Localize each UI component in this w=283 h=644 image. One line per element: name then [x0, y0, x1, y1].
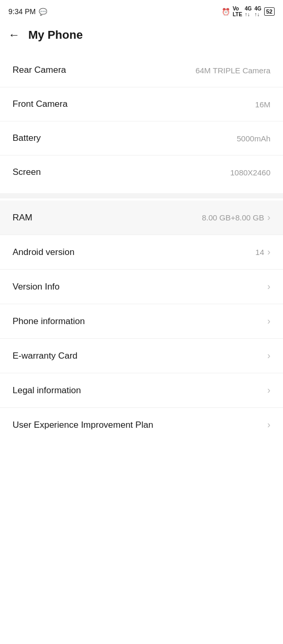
- battery-icon: 52: [264, 7, 275, 16]
- action-value-android-version: 14: [255, 248, 264, 257]
- action-label-ewarranty: E-warranty Card: [13, 351, 78, 361]
- action-right-user-experience: ›: [267, 419, 270, 430]
- action-value-ram: 8.00 GB+8.00 GB: [202, 213, 264, 222]
- time-display: 9:34 PM: [8, 7, 36, 16]
- page-header: ← My Phone: [0, 21, 283, 49]
- chevron-icon-phone-information: ›: [267, 316, 270, 327]
- action-right-ram: 8.00 GB+8.00 GB ›: [202, 212, 270, 223]
- message-icon: 💬: [39, 8, 47, 16]
- spec-section: Rear Camera 64M TRIPLE Camera Front Came…: [0, 49, 283, 193]
- chevron-icon-android-version: ›: [267, 247, 270, 258]
- chevron-icon-user-experience: ›: [267, 419, 270, 430]
- action-label-android-version: Android version: [13, 247, 74, 258]
- action-row-android-version[interactable]: Android version 14 ›: [0, 235, 283, 270]
- action-row-ewarranty[interactable]: E-warranty Card ›: [0, 339, 283, 373]
- action-right-phone-information: ›: [267, 316, 270, 327]
- status-bar: 9:34 PM 💬 ⏰ VoLTE 4G↑↓ 4G↑↓ 52: [0, 0, 283, 21]
- chevron-icon-version-info: ›: [267, 281, 270, 292]
- spec-value-front-camera: 16M: [255, 100, 270, 109]
- signal-4g-icon: 4G↑↓: [245, 6, 252, 17]
- status-icons-area: ⏰ VoLTE 4G↑↓ 4G↑↓ 52: [222, 6, 275, 17]
- spec-value-battery: 5000mAh: [237, 134, 270, 143]
- action-row-phone-information[interactable]: Phone information ›: [0, 304, 283, 339]
- volte-icon: VoLTE: [233, 6, 242, 17]
- action-row-ram[interactable]: RAM 8.00 GB+8.00 GB ›: [0, 201, 283, 235]
- action-section: RAM 8.00 GB+8.00 GB › Android version 14…: [0, 198, 283, 444]
- action-label-phone-information: Phone information: [13, 316, 85, 327]
- action-row-legal-information[interactable]: Legal information ›: [0, 373, 283, 408]
- spec-row-front-camera: Front Camera 16M: [0, 87, 283, 121]
- action-label-ram: RAM: [13, 213, 32, 223]
- action-label-user-experience: User Experience Improvement Plan: [13, 420, 153, 430]
- spec-label-rear-camera: Rear Camera: [13, 65, 66, 75]
- spec-value-screen: 1080X2460: [230, 168, 270, 177]
- chevron-icon-ewarranty: ›: [267, 350, 270, 361]
- section-divider: [0, 193, 283, 198]
- spec-value-rear-camera: 64M TRIPLE Camera: [195, 66, 270, 75]
- action-right-android-version: 14 ›: [255, 247, 270, 258]
- signal-4g-2-icon: 4G↑↓: [254, 6, 261, 17]
- spec-label-battery: Battery: [13, 133, 41, 143]
- chevron-icon-ram: ›: [267, 212, 270, 223]
- alarm-icon: ⏰: [222, 8, 230, 16]
- chevron-icon-legal-information: ›: [267, 385, 270, 396]
- spec-label-screen: Screen: [13, 167, 41, 177]
- spec-row-battery: Battery 5000mAh: [0, 121, 283, 156]
- spec-row-rear-camera: Rear Camera 64M TRIPLE Camera: [0, 53, 283, 87]
- action-label-legal-information: Legal information: [13, 385, 81, 396]
- spec-row-screen: Screen 1080X2460: [0, 156, 283, 189]
- page-title: My Phone: [28, 28, 83, 42]
- action-row-user-experience[interactable]: User Experience Improvement Plan ›: [0, 408, 283, 442]
- action-right-version-info: ›: [267, 281, 270, 292]
- action-right-legal-information: ›: [267, 385, 270, 396]
- action-label-version-info: Version Info: [13, 282, 60, 292]
- status-time-area: 9:34 PM 💬: [8, 7, 47, 16]
- spec-label-front-camera: Front Camera: [13, 99, 68, 109]
- action-right-ewarranty: ›: [267, 350, 270, 361]
- action-row-version-info[interactable]: Version Info ›: [0, 270, 283, 304]
- back-button[interactable]: ←: [8, 28, 20, 42]
